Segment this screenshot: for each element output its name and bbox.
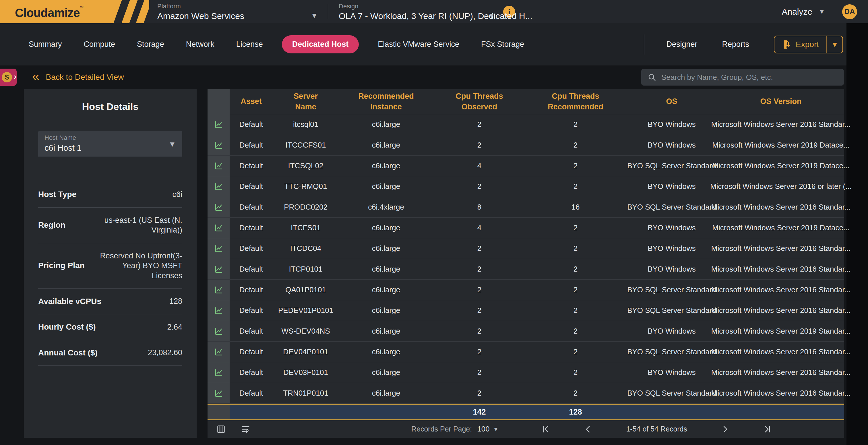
chart-line-icon[interactable] bbox=[208, 259, 229, 279]
table-row[interactable]: DefaultITCSQL02c6i.large42BYO SQL Server… bbox=[208, 156, 844, 176]
table-columns-icon[interactable] bbox=[216, 424, 226, 434]
cell-os-version: Microsoft Windows Server 2019 Datace... bbox=[718, 218, 844, 238]
logo-stripe bbox=[136, 0, 149, 23]
cell-instance: c6i.large bbox=[339, 321, 433, 342]
table-row[interactable]: DefaultQA01P0101c6i.large22BYO SQL Serve… bbox=[208, 279, 844, 300]
chevron-down-icon[interactable]: ▼ bbox=[488, 12, 495, 19]
wrap-text-icon[interactable] bbox=[241, 424, 251, 434]
table-row[interactable]: DefaultDEV03F0101c6i.large22BYO WindowsM… bbox=[208, 362, 844, 383]
tab-license[interactable]: License bbox=[234, 35, 266, 53]
cell-cpu-rec: 2 bbox=[525, 259, 626, 279]
designer-link[interactable]: Designer bbox=[666, 40, 697, 49]
host-name-select[interactable]: Host Name c6i Host 1 ▼ bbox=[38, 130, 182, 157]
content-area: Host Details Host Name c6i Host 1 ▼ Host… bbox=[0, 89, 846, 438]
chart-line-icon[interactable] bbox=[208, 383, 229, 404]
cloudamize-logo[interactable]: Cloudamize™ bbox=[0, 0, 149, 23]
table-row[interactable]: DefaultTTC-RMQ01c6i.large22BYO WindowsMi… bbox=[208, 176, 844, 197]
cell-instance: c6i.large bbox=[339, 342, 433, 362]
column-header-os-version[interactable]: OS Version bbox=[718, 89, 844, 114]
detail-label: Annual Cost ($) bbox=[38, 348, 98, 357]
user-avatar[interactable]: DA bbox=[842, 4, 857, 19]
column-header-cpu-threads-observed[interactable]: Cpu Threads Observed bbox=[433, 89, 525, 114]
next-page-button[interactable] bbox=[721, 425, 730, 434]
detail-label: Region bbox=[38, 220, 65, 230]
cell-os-version: Microsoft Windows Server 2016 Standar... bbox=[718, 300, 844, 321]
column-header-os[interactable]: OS bbox=[626, 89, 718, 114]
cell-server: DEV04P0101 bbox=[273, 342, 339, 362]
tab-compute[interactable]: Compute bbox=[81, 35, 118, 53]
export-file-icon bbox=[782, 40, 791, 49]
table-row[interactable]: DefaultPRODC0202c6i.4xlarge816BYO SQL Se… bbox=[208, 197, 844, 218]
tab-storage[interactable]: Storage bbox=[134, 35, 167, 53]
reports-link[interactable]: Reports bbox=[722, 40, 749, 49]
detail-value: 23,082.60 bbox=[98, 348, 182, 358]
chart-line-icon[interactable] bbox=[208, 176, 229, 197]
table-row[interactable]: DefaultITCDC04c6i.large22BYO WindowsMicr… bbox=[208, 238, 844, 259]
previous-page-button[interactable] bbox=[584, 425, 592, 434]
table-row[interactable]: DefaultPEDEV01P0101c6i.large22BYO SQL Se… bbox=[208, 300, 844, 321]
chart-line-icon[interactable] bbox=[208, 218, 229, 238]
table-row[interactable]: DefaultITCCCFS01c6i.large22BYO WindowsMi… bbox=[208, 135, 844, 156]
platform-select[interactable]: Platform Amazon Web Services ▼ bbox=[157, 3, 318, 21]
chevron-down-icon: ▼ bbox=[493, 426, 499, 432]
cell-os-version: Microsoft Windows Server 2016 Standar... bbox=[718, 362, 844, 383]
cell-os: BYO SQL Server Standard bbox=[626, 156, 718, 176]
cell-asset: Default bbox=[229, 197, 273, 217]
chart-line-icon[interactable] bbox=[208, 279, 229, 300]
column-header-recommended-instance[interactable]: Recommended Instance bbox=[339, 89, 433, 114]
table-row[interactable]: DefaultWS-DEV04NSc6i.large22BYO WindowsM… bbox=[208, 321, 844, 342]
analyze-menu[interactable]: Analyze ▼ bbox=[782, 7, 825, 17]
records-per-page-select[interactable]: 100 ▼ bbox=[477, 425, 499, 434]
export-dropdown-button[interactable]: ▼ bbox=[827, 36, 842, 53]
design-select[interactable]: Design OLA 7 - Workload, 3 Year RI (NUP)… bbox=[339, 3, 495, 21]
cell-asset: Default bbox=[229, 342, 273, 362]
table-row[interactable]: DefaultITCP0101c6i.large22BYO WindowsMic… bbox=[208, 259, 844, 279]
last-page-button[interactable] bbox=[764, 425, 772, 434]
column-header-cpu-threads-recommended[interactable]: Cpu Threads Recommended bbox=[525, 89, 626, 114]
export-button[interactable]: Export bbox=[774, 36, 826, 53]
tab-elastic-vmware-service[interactable]: Elastic VMware Service bbox=[375, 35, 462, 53]
chart-line-icon[interactable] bbox=[208, 114, 229, 135]
chart-line-icon[interactable] bbox=[208, 300, 229, 321]
cell-os: BYO Windows bbox=[626, 259, 718, 279]
host-details-panel: Host Details Host Name c6i Host 1 ▼ Host… bbox=[24, 89, 197, 438]
cell-os-version: Microsoft Windows Server 2016 Standar... bbox=[718, 238, 844, 259]
cell-os: BYO SQL Server Standard bbox=[626, 383, 718, 404]
totals-icon-cell bbox=[208, 405, 229, 419]
cell-asset: Default bbox=[229, 362, 273, 383]
detail-row-pricing-plan: Pricing Plan Reserved No Upfront(3-Year)… bbox=[38, 243, 182, 289]
chart-line-icon[interactable] bbox=[208, 197, 229, 217]
chevron-down-icon[interactable]: ▼ bbox=[168, 140, 176, 148]
chart-line-icon[interactable] bbox=[208, 362, 229, 383]
search-icon bbox=[648, 73, 656, 82]
tab-fsx-storage[interactable]: FSx Storage bbox=[478, 35, 527, 53]
chevron-down-icon[interactable]: ▼ bbox=[311, 12, 318, 19]
table-row[interactable]: DefaultTRN01P0101c6i.large22BYO SQL Serv… bbox=[208, 383, 844, 404]
tab-dedicated-host[interactable]: Dedicated Host bbox=[282, 35, 359, 53]
records-per-page-value: 100 bbox=[477, 425, 489, 434]
table-row[interactable]: Defaultitcsql01c6i.large22BYO WindowsMic… bbox=[208, 114, 844, 135]
cost-side-badge[interactable]: $ › bbox=[0, 69, 17, 86]
totals-spacer bbox=[626, 405, 718, 419]
column-header-server-name[interactable]: Server Name bbox=[273, 89, 339, 114]
chart-line-icon[interactable] bbox=[208, 321, 229, 342]
first-page-button[interactable] bbox=[541, 425, 550, 434]
cell-os-version: Microsoft Windows Server 2019 Datace... bbox=[718, 156, 844, 176]
cell-asset: Default bbox=[229, 300, 273, 321]
icon-column-header bbox=[208, 89, 229, 114]
search-input[interactable] bbox=[661, 73, 838, 82]
table-row[interactable]: DefaultITCFS01c6i.large42BYO WindowsMicr… bbox=[208, 218, 844, 238]
back-to-detailed-view-link[interactable]: « Back to Detailed View bbox=[32, 72, 124, 83]
chart-line-icon[interactable] bbox=[208, 156, 229, 176]
column-header-asset[interactable]: Asset bbox=[229, 89, 273, 114]
chart-line-icon[interactable] bbox=[208, 238, 229, 259]
cell-cpu-obs: 2 bbox=[433, 279, 525, 300]
table-row[interactable]: DefaultDEV04P0101c6i.large22BYO SQL Serv… bbox=[208, 342, 844, 362]
cell-server: ITCDC04 bbox=[273, 238, 339, 259]
tab-summary[interactable]: Summary bbox=[26, 35, 65, 53]
cell-os: BYO Windows bbox=[626, 238, 718, 259]
cell-instance: c6i.large bbox=[339, 135, 433, 155]
tab-network[interactable]: Network bbox=[183, 35, 217, 53]
chart-line-icon[interactable] bbox=[208, 342, 229, 362]
chart-line-icon[interactable] bbox=[208, 135, 229, 155]
